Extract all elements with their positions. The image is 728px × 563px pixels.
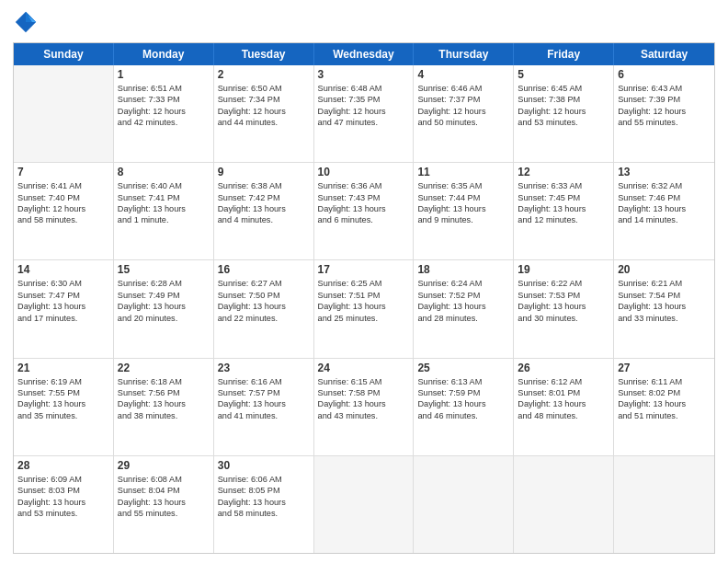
cell-info-l4: and 55 minutes.	[118, 508, 210, 519]
day-number: 3	[318, 68, 410, 81]
cal-cell-w3-d0: 21Sunrise: 6:19 AMSunset: 7:55 PMDayligh…	[14, 359, 114, 455]
cal-cell-w0-d3: 3Sunrise: 6:48 AMSunset: 7:35 PMDaylight…	[314, 65, 415, 162]
svg-marker-1	[26, 12, 36, 22]
cell-info-l4: and 1 minute.	[118, 214, 210, 225]
cell-info-l2: Sunset: 8:01 PM	[518, 387, 609, 398]
cell-info-l4: and 38 minutes.	[118, 410, 210, 421]
cell-info-l1: Sunrise: 6:27 AM	[218, 278, 310, 289]
cell-info-l2: Sunset: 7:47 PM	[17, 290, 109, 301]
cell-info-l1: Sunrise: 6:43 AM	[618, 83, 711, 94]
cell-info-l2: Sunset: 7:51 PM	[318, 290, 410, 301]
cell-info-l3: Daylight: 13 hours	[618, 301, 711, 312]
cell-info-l3: Daylight: 13 hours	[417, 301, 509, 312]
cell-info-l3: Daylight: 13 hours	[118, 398, 210, 409]
header-day-tuesday: Tuesday	[214, 43, 314, 65]
cell-info-l2: Sunset: 7:53 PM	[518, 290, 609, 301]
cell-info-l4: and 47 minutes.	[318, 117, 410, 128]
cell-info-l2: Sunset: 7:41 PM	[118, 192, 210, 203]
cell-info-l4: and 20 minutes.	[118, 313, 210, 324]
cal-cell-w3-d5: 26Sunrise: 6:12 AMSunset: 8:01 PMDayligh…	[514, 359, 614, 455]
cell-info-l2: Sunset: 7:43 PM	[318, 192, 410, 203]
cell-info-l4: and 51 minutes.	[618, 410, 711, 421]
cell-info-l2: Sunset: 7:50 PM	[218, 290, 310, 301]
cell-info-l3: Daylight: 13 hours	[417, 398, 509, 409]
cal-cell-w2-d4: 18Sunrise: 6:24 AMSunset: 7:52 PMDayligh…	[414, 260, 514, 357]
cell-info-l3: Daylight: 13 hours	[17, 497, 109, 508]
cal-cell-w4-d0: 28Sunrise: 6:09 AMSunset: 8:03 PMDayligh…	[14, 456, 114, 553]
cell-info-l1: Sunrise: 6:21 AM	[618, 278, 711, 289]
week-row-4: 28Sunrise: 6:09 AMSunset: 8:03 PMDayligh…	[14, 456, 714, 553]
page: SundayMondayTuesdayWednesdayThursdayFrid…	[0, 0, 728, 563]
day-number: 10	[318, 166, 410, 178]
cal-cell-w4-d4	[414, 456, 514, 553]
cal-cell-w4-d3	[314, 456, 415, 553]
cell-info-l3: Daylight: 13 hours	[518, 301, 609, 312]
cell-info-l2: Sunset: 7:38 PM	[518, 94, 609, 105]
cal-cell-w1-d2: 9Sunrise: 6:38 AMSunset: 7:42 PMDaylight…	[214, 163, 314, 259]
day-number: 8	[118, 166, 210, 178]
cell-info-l4: and 58 minutes.	[218, 508, 310, 519]
cell-info-l3: Daylight: 13 hours	[518, 398, 609, 409]
cell-info-l1: Sunrise: 6:06 AM	[218, 474, 310, 485]
header-day-friday: Friday	[514, 43, 614, 65]
cell-info-l4: and 43 minutes.	[318, 410, 410, 421]
header-day-sunday: Sunday	[14, 43, 114, 65]
cell-info-l4: and 12 minutes.	[518, 214, 609, 225]
day-number: 5	[518, 68, 609, 81]
day-number: 23	[218, 362, 310, 374]
logo	[13, 9, 42, 35]
calendar: SundayMondayTuesdayWednesdayThursdayFrid…	[13, 42, 715, 554]
cell-info-l2: Sunset: 7:49 PM	[118, 290, 210, 301]
cell-info-l3: Daylight: 13 hours	[318, 398, 410, 409]
cell-info-l2: Sunset: 7:34 PM	[218, 94, 310, 105]
day-number: 18	[417, 263, 509, 276]
day-number: 15	[118, 263, 210, 276]
cell-info-l1: Sunrise: 6:16 AM	[218, 376, 310, 387]
cell-info-l4: and 25 minutes.	[318, 313, 410, 324]
cell-info-l3: Daylight: 12 hours	[318, 106, 410, 117]
cell-info-l1: Sunrise: 6:33 AM	[518, 180, 609, 191]
cell-info-l2: Sunset: 8:04 PM	[118, 485, 210, 496]
day-number: 26	[518, 362, 609, 374]
day-number: 27	[618, 362, 711, 374]
header-day-wednesday: Wednesday	[314, 43, 415, 65]
header-day-monday: Monday	[114, 43, 214, 65]
day-number: 2	[218, 68, 310, 81]
day-number: 28	[17, 459, 109, 472]
cal-cell-w4-d2: 30Sunrise: 6:06 AMSunset: 8:05 PMDayligh…	[214, 456, 314, 553]
calendar-header: SundayMondayTuesdayWednesdayThursdayFrid…	[14, 43, 714, 65]
cell-info-l2: Sunset: 8:02 PM	[618, 387, 711, 398]
day-number: 19	[518, 263, 609, 276]
cell-info-l1: Sunrise: 6:08 AM	[118, 474, 210, 485]
cell-info-l3: Daylight: 13 hours	[118, 301, 210, 312]
day-number: 21	[17, 362, 109, 374]
cell-info-l1: Sunrise: 6:36 AM	[318, 180, 410, 191]
cell-info-l1: Sunrise: 6:18 AM	[118, 376, 210, 387]
cal-cell-w1-d1: 8Sunrise: 6:40 AMSunset: 7:41 PMDaylight…	[114, 163, 214, 259]
cal-cell-w3-d2: 23Sunrise: 6:16 AMSunset: 7:57 PMDayligh…	[214, 359, 314, 455]
day-number: 1	[118, 68, 210, 81]
cell-info-l3: Daylight: 13 hours	[17, 398, 109, 409]
header	[13, 9, 715, 35]
cal-cell-w0-d6: 6Sunrise: 6:43 AMSunset: 7:39 PMDaylight…	[614, 65, 714, 162]
cell-info-l3: Daylight: 13 hours	[518, 203, 609, 214]
cell-info-l4: and 33 minutes.	[618, 313, 711, 324]
cal-cell-w1-d3: 10Sunrise: 6:36 AMSunset: 7:43 PMDayligh…	[314, 163, 415, 259]
cell-info-l1: Sunrise: 6:13 AM	[417, 376, 509, 387]
cell-info-l2: Sunset: 7:55 PM	[17, 387, 109, 398]
cell-info-l2: Sunset: 7:42 PM	[218, 192, 310, 203]
logo-icon	[13, 9, 39, 35]
cell-info-l2: Sunset: 7:33 PM	[118, 94, 210, 105]
cell-info-l4: and 53 minutes.	[17, 508, 109, 519]
cal-cell-w2-d3: 17Sunrise: 6:25 AMSunset: 7:51 PMDayligh…	[314, 260, 415, 357]
cell-info-l4: and 35 minutes.	[17, 410, 109, 421]
day-number: 11	[417, 166, 509, 178]
calendar-body: 1Sunrise: 6:51 AMSunset: 7:33 PMDaylight…	[14, 65, 714, 553]
cell-info-l2: Sunset: 7:45 PM	[518, 192, 609, 203]
week-row-2: 14Sunrise: 6:30 AMSunset: 7:47 PMDayligh…	[14, 260, 714, 358]
cell-info-l4: and 50 minutes.	[417, 117, 509, 128]
cell-info-l4: and 55 minutes.	[618, 117, 711, 128]
cal-cell-w1-d5: 12Sunrise: 6:33 AMSunset: 7:45 PMDayligh…	[514, 163, 614, 259]
cell-info-l2: Sunset: 7:46 PM	[618, 192, 711, 203]
cell-info-l1: Sunrise: 6:15 AM	[318, 376, 410, 387]
